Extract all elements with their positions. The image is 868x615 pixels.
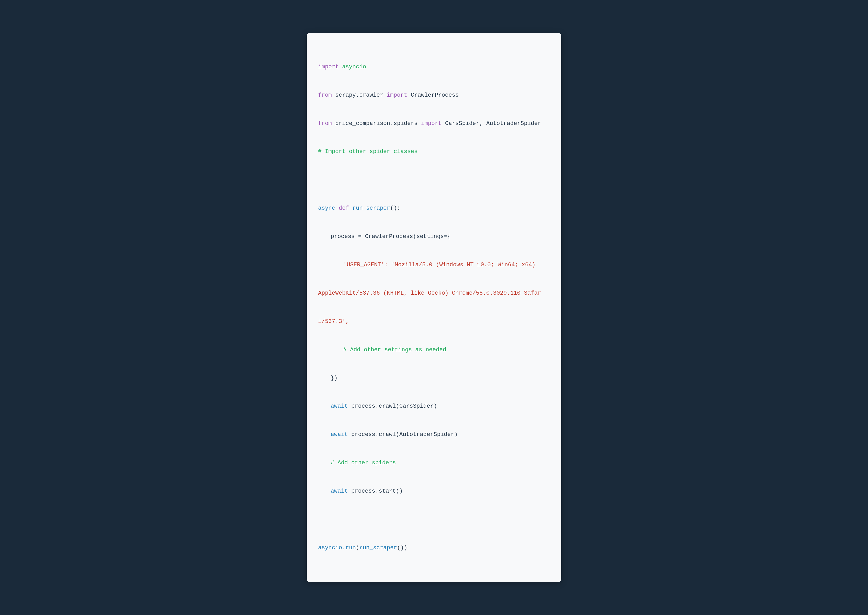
keyword-from2: from — [318, 120, 332, 127]
close-brace: }) — [331, 375, 337, 381]
keyword-import: import — [318, 64, 339, 70]
keyword-await3: await — [331, 488, 348, 495]
class-spiders: CarsSpider, AutotraderSpider — [442, 120, 541, 127]
asyncio-run: asyncio.run — [318, 545, 356, 551]
process-start: process.start() — [348, 488, 403, 495]
line-comment-settings: # Add other settings as needed — [318, 345, 550, 355]
func-name: run_scraper — [349, 205, 390, 211]
keyword-def: def — [339, 205, 349, 211]
run-parens: ()) — [397, 545, 407, 551]
comment-spiders: # Add other spiders — [331, 460, 396, 466]
module-scrapy: scrapy.crawler — [332, 92, 387, 98]
keyword-await2: await — [331, 431, 348, 438]
run-call: ( — [356, 545, 359, 551]
line-comment-import: # Import other spider classes — [318, 147, 550, 156]
module-price: price_comparison.spiders — [332, 120, 421, 127]
class-crawlerprocess: CrawlerProcess — [407, 92, 459, 98]
comment-settings: # Add other settings as needed — [343, 347, 446, 353]
code-container: import asyncio from scrapy.crawler impor… — [307, 33, 561, 582]
keyword-async: async — [318, 205, 335, 211]
keyword-await1: await — [331, 403, 348, 409]
line-close-brace: }) — [318, 374, 550, 383]
line-from-scrapy: from scrapy.crawler import CrawlerProces… — [318, 91, 550, 100]
comment-import: # Import other spider classes — [318, 148, 418, 155]
line-await-start: await process.start() — [318, 487, 550, 496]
line-comment-spiders: # Add other spiders — [318, 458, 550, 468]
paren-open: (): — [390, 205, 400, 211]
line-applewebkit: AppleWebKit/537.36 (KHTML, like Gecko) C… — [318, 289, 550, 298]
line-blank1 — [318, 175, 550, 185]
keyword-import2: import — [387, 92, 407, 98]
line-user-agent: 'USER_AGENT': 'Mozilla/5.0 (Windows NT 1… — [318, 260, 550, 270]
string-safari: i/537.3', — [318, 318, 349, 325]
string-applewebkit: AppleWebKit/537.36 (KHTML, like Gecko) C… — [318, 290, 541, 297]
code-block: import asyncio from scrapy.crawler impor… — [318, 44, 550, 571]
module-asyncio: asyncio — [339, 64, 366, 70]
line-import-asyncio: import asyncio — [318, 62, 550, 72]
crawl-autotrader: process.crawl(AutotraderSpider) — [348, 431, 457, 438]
line-await-autotrader: await process.crawl(AutotraderSpider) — [318, 430, 550, 439]
crawl-cars: process.crawl(CarsSpider) — [348, 403, 437, 409]
line-safari: i/537.3', — [318, 317, 550, 326]
line-asyncio-run: asyncio.run(run_scraper()) — [318, 543, 550, 553]
line-process-assign: process = CrawlerProcess(settings={ — [318, 232, 550, 241]
line-async-def: async def run_scraper(): — [318, 204, 550, 213]
run-scraper-call: run_scraper — [359, 545, 397, 551]
space1 — [335, 205, 339, 211]
line-await-cars: await process.crawl(CarsSpider) — [318, 402, 550, 411]
line-from-price: from price_comparison.spiders import Car… — [318, 119, 550, 128]
keyword-import3: import — [421, 120, 442, 127]
string-user-agent: 'USER_AGENT': 'Mozilla/5.0 (Windows NT 1… — [343, 262, 535, 268]
line-blank2 — [318, 515, 550, 524]
keyword-from: from — [318, 92, 332, 98]
var-process: process = CrawlerProcess(settings={ — [331, 233, 451, 240]
